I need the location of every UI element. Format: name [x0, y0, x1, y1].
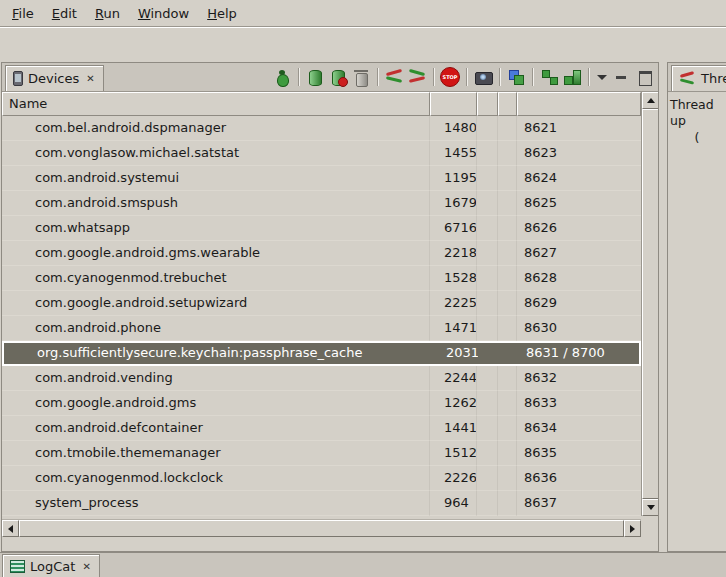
toolbar-separator	[298, 68, 299, 86]
threads-tabbar: Threads	[668, 63, 726, 92]
menu-window[interactable]: Window	[129, 2, 198, 25]
cell-port: 8632	[517, 366, 641, 391]
view-hierarchy-icon[interactable]	[506, 67, 526, 87]
method-profiling-icon[interactable]	[407, 67, 427, 87]
cell-pid: 1480	[430, 116, 477, 141]
device-row[interactable]: com.google.android.gms.wearable221858627	[2, 241, 641, 266]
cell-pid: 964	[430, 491, 477, 516]
cell-c3	[477, 216, 498, 241]
cell-c3	[477, 391, 498, 416]
column-header-name[interactable]: Name	[2, 92, 430, 116]
column-header-spacer1[interactable]	[477, 92, 498, 116]
cell-c3	[477, 266, 498, 291]
cell-name: com.google.android.setupwizard	[2, 291, 430, 316]
close-icon[interactable]: ✕	[85, 73, 95, 84]
device-row[interactable]: com.whatsapp67168626	[2, 216, 641, 241]
cell-port: 8623	[517, 141, 641, 166]
update-heap-icon[interactable]	[305, 67, 325, 87]
device-row[interactable]: com.android.smspush16798625	[2, 191, 641, 216]
scroll-up-button[interactable]	[642, 92, 658, 109]
column-header-pid[interactable]	[430, 92, 477, 116]
view-menu-icon[interactable]	[595, 67, 609, 87]
cell-pid: 20311	[432, 343, 479, 364]
device-row[interactable]: com.android.systemui11958624	[2, 166, 641, 191]
device-row[interactable]: com.cyanogenmod.trebuchet15288628	[2, 266, 641, 291]
update-threads-icon[interactable]	[384, 67, 404, 87]
device-row[interactable]: com.google.android.gms126238633	[2, 391, 641, 416]
horizontal-scrollbar[interactable]	[2, 519, 641, 536]
stop-label: STOP	[443, 75, 458, 80]
scroll-left-button[interactable]	[2, 520, 19, 537]
cell-c3	[477, 191, 498, 216]
cell-name: org.sufficientlysecure.keychain:passphra…	[4, 343, 432, 364]
vertical-scrollbar-thumb[interactable]	[642, 109, 658, 499]
threads-panel: Threads Thread up (	[667, 62, 726, 552]
threads-icon	[679, 70, 696, 87]
maximize-icon[interactable]	[635, 67, 655, 87]
screen-capture-icon[interactable]	[473, 67, 493, 87]
menu-file[interactable]: File	[3, 2, 43, 25]
toolbar-separator	[466, 68, 467, 86]
device-row[interactable]: com.google.android.setupwizard222508629	[2, 291, 641, 316]
menu-run[interactable]: Run	[86, 2, 129, 25]
cell-c4	[498, 141, 517, 166]
pixel-perfect-icon[interactable]	[562, 67, 582, 87]
app-window: FileEditRunWindowHelp Devices ✕ STOP Nam…	[0, 0, 726, 577]
panel-sash[interactable]	[659, 62, 667, 552]
cell-pid: 1512	[430, 441, 477, 466]
cell-port: 8624	[517, 166, 641, 191]
cell-c4	[498, 241, 517, 266]
column-header-port[interactable]	[517, 92, 641, 116]
arrow-right-icon	[630, 525, 635, 533]
cell-c3	[477, 141, 498, 166]
device-row[interactable]: com.cyanogenmod.lockclock222658636	[2, 466, 641, 491]
cell-pid: 14411	[430, 416, 477, 441]
device-row[interactable]: com.vonglasow.michael.satstat145538623	[2, 141, 641, 166]
device-row[interactable]: com.tmobile.thememanager15128635	[2, 441, 641, 466]
cell-port: 8629	[517, 291, 641, 316]
tab-threads[interactable]: Threads	[671, 65, 726, 91]
toolbar-separator	[433, 68, 434, 86]
devices-toolbar: STOP	[272, 67, 655, 87]
cell-name: com.android.phone	[2, 316, 430, 341]
cell-pid: 22440	[430, 366, 477, 391]
menu-edit[interactable]: Edit	[43, 2, 86, 25]
cell-port: 8633	[517, 391, 641, 416]
scroll-right-button[interactable]	[624, 520, 641, 537]
cell-port: 8634	[517, 416, 641, 441]
vertical-scrollbar[interactable]	[641, 92, 658, 516]
close-icon[interactable]: ✕	[81, 561, 91, 572]
dump-hprof-icon[interactable]	[328, 67, 348, 87]
debug-process-icon[interactable]	[272, 67, 292, 87]
cell-c3	[477, 416, 498, 441]
device-row[interactable]: org.sufficientlysecure.keychain:passphra…	[2, 341, 641, 366]
device-row[interactable]: com.android.vending224408632	[2, 366, 641, 391]
device-row[interactable]: system_process9648637	[2, 491, 641, 516]
cell-name: com.google.android.gms.wearable	[2, 241, 430, 266]
horizontal-scrollbar-thumb[interactable]	[19, 520, 624, 537]
scroll-down-button[interactable]	[642, 499, 658, 516]
device-row[interactable]: com.android.defcontainer144118634	[2, 416, 641, 441]
tab-devices[interactable]: Devices ✕	[5, 65, 104, 91]
cause-gc-icon[interactable]	[351, 67, 371, 87]
cell-port: 8635	[517, 441, 641, 466]
cell-c4	[498, 491, 517, 516]
cell-name: com.android.vending	[2, 366, 430, 391]
cell-name: com.google.android.gms	[2, 391, 430, 416]
table-header: Name	[2, 92, 641, 116]
device-row[interactable]: com.android.phone14718630	[2, 316, 641, 341]
cell-c3	[477, 116, 498, 141]
toolbar-separator	[377, 68, 378, 86]
cell-c3	[477, 366, 498, 391]
minimize-icon[interactable]	[612, 67, 632, 87]
menu-help[interactable]: Help	[198, 2, 246, 25]
tab-logcat-label: LogCat	[30, 559, 75, 574]
column-header-spacer2[interactable]	[498, 92, 517, 116]
cell-port: 8625	[517, 191, 641, 216]
stop-process-icon[interactable]: STOP	[440, 67, 460, 87]
tab-threads-label: Threads	[701, 71, 726, 86]
cell-pid: 1471	[430, 316, 477, 341]
tab-logcat[interactable]: LogCat ✕	[2, 554, 100, 577]
device-row[interactable]: com.bel.android.dspmanager14808621	[2, 116, 641, 141]
hierarchy-view-icon[interactable]	[539, 67, 559, 87]
